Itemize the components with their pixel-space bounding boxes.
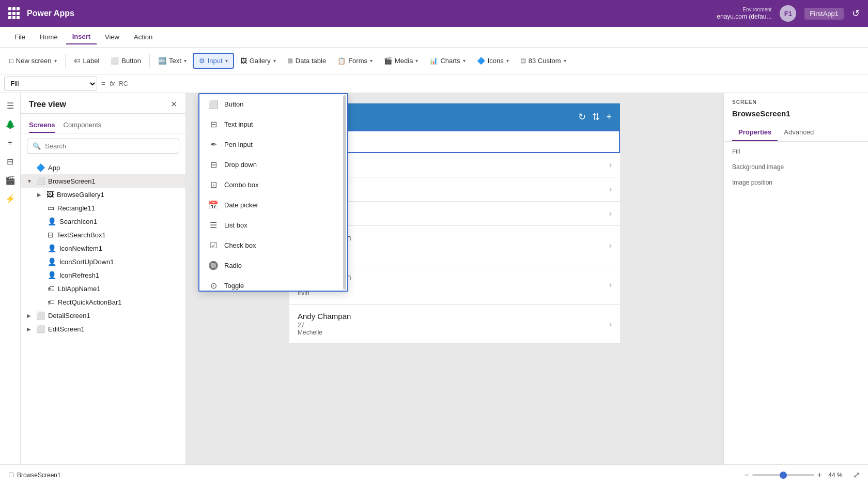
prop-background-image: Background image [732,163,860,171]
sidebar-icon-add[interactable]: + [2,134,19,151]
sidebar-icon-treeview[interactable]: 🌲 [2,116,19,132]
dropdown-listbox-label: List box [224,221,247,229]
tree-item-iconnewitem1[interactable]: 👤 IconNewItem1 [21,241,185,255]
custom-chevron-icon: ▾ [564,58,566,64]
dropdown-item-checkbox[interactable]: ☑ Check box [199,235,347,255]
sidebar-icon-media[interactable]: 🎬 [2,172,19,188]
expand-arrow-edit: ▶ [27,326,33,332]
tree-item-iconsortupdown1[interactable]: 👤 IconSortUpDown1 [21,255,185,268]
charts-icon: 📊 [429,57,438,65]
text-icon: 🔤 [158,57,166,65]
tree-search-box[interactable]: 🔍 [27,139,179,154]
iconsortupdown-icon: 👤 [48,257,56,266]
dropdown-item-combobox[interactable]: ⊡ Combo box [199,175,347,195]
chevron-right-icon-5: › [609,320,612,329]
forms-button[interactable]: 📋 Forms ▾ [332,54,378,68]
tree-item-app[interactable]: 🔷 App [21,161,185,174]
tree-item-rectquickactionbar1[interactable]: 🏷 RectQuickActionBar1 [21,295,185,309]
charts-chevron-icon: ▾ [463,58,466,64]
tree-item-browsegallery1[interactable]: ▶ 🖼 BrowseGallery1 [21,188,185,201]
dropdown-item-textinput[interactable]: ⊟ Text input [199,114,347,134]
sidebar-icon-power[interactable]: ⚡ [2,190,19,207]
dropdown-item-listbox[interactable]: ☰ List box [199,215,347,235]
divider-2 [149,54,150,68]
list-item-5[interactable]: Andy Champan 27 Mechelle › [289,305,620,344]
button-button[interactable]: ⬜ Button [105,54,146,68]
avatar[interactable]: F1 [780,5,796,22]
iconnewitem-icon: 👤 [48,244,56,252]
zoom-out-button[interactable]: − [744,471,749,480]
media-label: Media [395,57,413,65]
sort-canvas-icon[interactable]: ⇅ [592,111,600,123]
dropdown-item-toggle[interactable]: ⊙ Toggle [199,276,347,291]
tree-item-rectangle11[interactable]: ▭ Rectangle11 [21,201,185,215]
gallery-button[interactable]: 🖼 Gallery ▾ [235,54,281,68]
gallery-icon: 🖼 [240,57,247,65]
sidebar-icon-menu[interactable]: ☰ [2,97,19,114]
add-canvas-icon[interactable]: + [606,112,612,123]
refresh-canvas-icon[interactable]: ↻ [578,111,586,123]
tree-close-button[interactable]: ✕ [171,99,177,109]
bottom-screen-name: BrowseScreen1 [17,472,61,479]
icons-label: Icons [488,57,504,65]
formula-bar: Fill = fx RC [0,74,868,93]
sidebar-icon-data[interactable]: ⊟ [2,153,19,170]
lblappname-name: LblAppName1 [58,285,179,293]
dropdown-item-peninput[interactable]: ✒ Pen input [199,134,347,155]
chevron-right-icon-4: › [609,280,612,290]
tree-item-searchicon1[interactable]: 👤 SearchIcon1 [21,215,185,228]
input-dropdown-panel: ⬜ Button ⊟ Text input ✒ Pen input ⊟ Drop… [198,93,348,292]
zoom-in-button[interactable]: + [817,471,822,480]
label-button[interactable]: 🏷 Label [69,54,105,68]
text-chevron-icon: ▾ [184,58,187,64]
new-screen-button[interactable]: □ New screen ▾ [4,54,62,68]
menu-insert[interactable]: Insert [66,29,97,44]
tree-item-iconrefresh1[interactable]: 👤 IconRefresh1 [21,268,185,282]
menu-file[interactable]: File [8,30,32,44]
tree-item-editscreen1[interactable]: ▶ ⬜ EditScreen1 [21,322,185,336]
dropdown-item-button[interactable]: ⬜ Button [199,94,347,114]
right-tab-advanced[interactable]: Advanced [778,124,820,141]
menu-view[interactable]: View [99,30,126,44]
tab-components[interactable]: Components [64,118,102,133]
editscreen-icon: ⬜ [36,325,45,333]
rectangle-name: Rectangle11 [57,204,179,212]
tree-item-browsescreen1[interactable]: ▼ ⬜ BrowseScreen1 ••• [21,174,185,188]
gallery-chevron-icon: ▾ [273,58,276,64]
expand-button[interactable]: ⤢ [853,470,860,480]
input-button[interactable]: ⚙ Input ▾ [193,53,234,69]
undo-button[interactable]: ↺ [852,8,860,19]
dropdown-item-radio[interactable]: 🔘 Radio [199,255,347,276]
charts-button[interactable]: 📊 Charts ▾ [424,54,470,68]
waffle-icon[interactable] [8,7,21,20]
dropdown-item-dropdown[interactable]: ⊟ Drop down [199,155,347,175]
detailscreen-icon: ⬜ [36,311,45,320]
searchicon-icon: 👤 [48,217,56,225]
icons-button[interactable]: 🔷 Icons ▾ [472,54,514,68]
rectquickactionbar-icon: 🏷 [48,298,55,306]
tree-item-detailscreen1[interactable]: ▶ ⬜ DetailScreen1 [21,309,185,322]
formula-input[interactable] [132,80,864,87]
toggle-di-icon: ⊙ [208,281,219,291]
prop-image-position: Image position [732,179,860,186]
tree-item-textsearchbox1[interactable]: ⊟ TextSearchBox1 [21,228,185,241]
search-input[interactable] [45,142,174,150]
dropdown-item-datepicker[interactable]: 📅 Date picker [199,195,347,215]
property-dropdown[interactable]: Fill [4,77,97,91]
text-button[interactable]: 🔤 Text ▾ [153,54,192,68]
right-tab-properties[interactable]: Properties [732,124,778,141]
list-item-name-5: Andy Champan [298,312,609,321]
expand-arrow-detail: ▶ [27,313,33,319]
dropdown-combobox-label: Combo box [224,181,258,189]
side-icons: ☰ 🌲 + ⊟ 🎬 ⚡ [0,93,21,485]
charts-label: Charts [440,57,460,65]
tab-screens[interactable]: Screens [29,118,55,133]
tree-item-lblappname1[interactable]: 🏷 LblAppName1 [21,282,185,295]
zoom-slider[interactable] [752,474,814,476]
media-button[interactable]: 🎬 Media ▾ [379,54,423,68]
menu-action[interactable]: Action [128,30,159,44]
datatable-button[interactable]: ⊞ Data table [282,54,331,68]
input-label: Input [208,57,223,65]
custom-button[interactable]: ⊡ 83 Custom ▾ [515,54,571,68]
menu-home[interactable]: Home [34,30,64,44]
